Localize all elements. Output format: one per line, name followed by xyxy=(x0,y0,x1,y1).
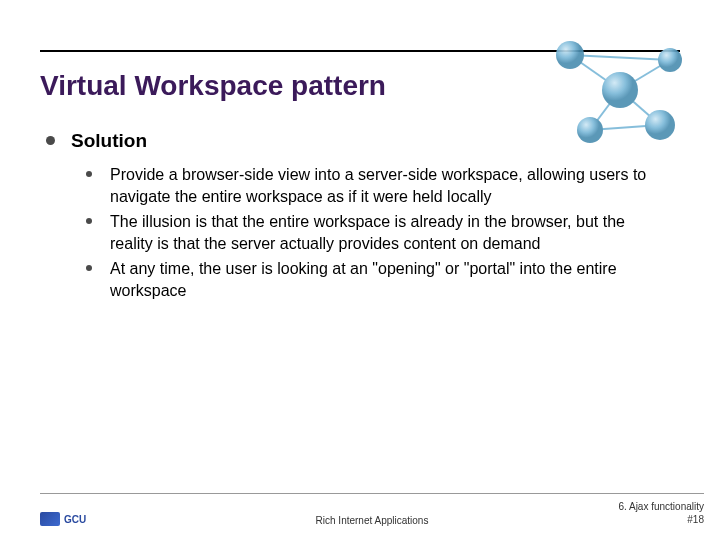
bullet-text: The illusion is that the entire workspac… xyxy=(110,211,670,254)
slide: Virtual Workspace pattern Solution Provi… xyxy=(0,0,720,540)
svg-line-4 xyxy=(570,55,670,60)
bullet-icon xyxy=(86,265,92,271)
svg-point-10 xyxy=(645,110,675,140)
svg-point-7 xyxy=(658,48,682,72)
footer-divider xyxy=(40,493,704,494)
bullet-icon xyxy=(46,136,55,145)
bullet-icon xyxy=(86,171,92,177)
svg-point-6 xyxy=(556,41,584,69)
bullet-text: Provide a browser-side view into a serve… xyxy=(110,164,670,207)
university-logo: GCU xyxy=(40,512,86,526)
section-heading: Solution xyxy=(71,130,147,152)
footer-page-number: #18 xyxy=(618,513,704,526)
content-area: Solution Provide a browser-side view int… xyxy=(40,130,680,302)
slide-footer: GCU Rich Internet Applications 6. Ajax f… xyxy=(40,493,704,526)
bullet-text: At any time, the user is looking at an "… xyxy=(110,258,670,301)
footer-row: GCU Rich Internet Applications 6. Ajax f… xyxy=(40,500,704,526)
network-decoration xyxy=(540,30,700,150)
logo-text: GCU xyxy=(64,514,86,525)
bullet-icon xyxy=(86,218,92,224)
footer-course-title: Rich Internet Applications xyxy=(316,515,429,526)
logo-icon xyxy=(40,512,60,526)
bullet-list: Provide a browser-side view into a serve… xyxy=(46,164,680,302)
svg-point-9 xyxy=(577,117,603,143)
svg-point-8 xyxy=(602,72,638,108)
list-item: Provide a browser-side view into a serve… xyxy=(86,164,680,207)
list-item: At any time, the user is looking at an "… xyxy=(86,258,680,301)
footer-right: 6. Ajax functionality #18 xyxy=(618,500,704,526)
list-item: The illusion is that the entire workspac… xyxy=(86,211,680,254)
footer-chapter: 6. Ajax functionality xyxy=(618,500,704,513)
